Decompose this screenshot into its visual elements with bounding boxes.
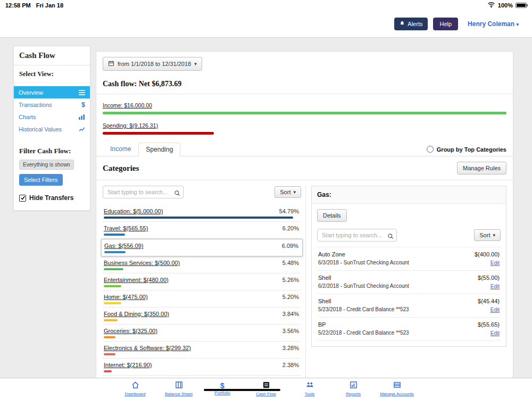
transaction-edit-link[interactable]: Edit <box>491 307 500 313</box>
category-label[interactable]: Entertainment: $(480.00) <box>104 277 169 283</box>
tab-income[interactable]: Income <box>103 142 138 156</box>
categories-column: Sort ▾ Education: $(5,000.00) 54.79% <box>103 186 306 378</box>
transaction-amount: $(45.44) <box>478 298 500 304</box>
nav-label: Tools <box>305 392 315 396</box>
category-row[interactable]: Education: $(5,000.00) 54.79% <box>103 205 301 222</box>
income-total-link[interactable]: Income: $16,000.00 <box>103 102 152 109</box>
wifi-icon <box>487 2 495 9</box>
category-label[interactable]: Groceries: $(325.00) <box>104 328 157 334</box>
category-row[interactable]: Gas: $(556.09) 6.09% <box>101 239 303 256</box>
category-row[interactable]: Groceries: $(325.00) 3.56% <box>103 325 301 342</box>
transaction-row[interactable]: Auto Zone 6/3/2018 - SunTrust Checking A… <box>317 247 501 271</box>
nav-balance-sheet[interactable]: Balance Sheet <box>162 381 195 396</box>
category-label[interactable]: Education: $(5,000.00) <box>104 208 163 214</box>
category-row[interactable]: Internet: $(216.90) 2.38% <box>103 359 301 376</box>
transaction-row[interactable]: Shell 5/23/2018 - Credit Card Balance **… <box>317 294 501 318</box>
income-bar <box>103 112 506 114</box>
sidebar-item-label: Overview <box>19 89 43 96</box>
category-bar <box>104 336 115 338</box>
sidebar-item-overview[interactable]: Overview <box>14 86 90 98</box>
sidebar-item-label: Transactions <box>19 102 52 108</box>
help-button[interactable]: Help <box>433 18 458 30</box>
category-percent: 3.56% <box>282 328 299 334</box>
category-percent: 3.28% <box>282 345 299 351</box>
tab-spending[interactable]: Spending <box>138 143 180 156</box>
transaction-search-input[interactable] <box>317 229 397 242</box>
category-row[interactable]: Food & Dining: $(350.00) 3.84% <box>103 307 301 325</box>
transaction-edit-link[interactable]: Edit <box>491 284 500 289</box>
details-button[interactable]: Details <box>317 209 347 222</box>
user-name: Henry Coleman <box>468 20 514 28</box>
category-row[interactable]: Home: $(475.00) 5.20% <box>103 290 301 307</box>
transaction-list: Auto Zone 6/3/2018 - SunTrust Checking A… <box>317 247 501 341</box>
select-filters-button[interactable]: Select Filters <box>19 174 63 186</box>
nav-label: Reports <box>346 392 361 396</box>
nav-reports[interactable]: Reports <box>337 381 370 396</box>
group-by-label: Group by Top Categories <box>437 146 506 153</box>
sidebar-item-label: Charts <box>19 114 36 120</box>
category-bar <box>104 353 115 355</box>
hide-transfers-checkbox[interactable] <box>19 195 26 202</box>
date-range-button[interactable]: from 1/1/2018 to 12/31/2018 ▾ <box>103 57 202 71</box>
content-area: Cash Flow Select View: Overview Transact… <box>0 37 532 378</box>
nav-tools[interactable]: Tools <box>293 381 326 396</box>
category-row[interactable]: Electronics & Software: $(299.32) 3.28% <box>103 342 301 359</box>
category-bar <box>104 370 112 372</box>
transaction-row[interactable]: Shell 6/2/2018 - SunTrust Checking Accou… <box>317 271 501 294</box>
category-bar <box>104 319 118 321</box>
category-percent: 5.26% <box>282 277 299 283</box>
nav-manage-accounts[interactable]: Manage Accounts <box>380 381 413 396</box>
nav-dashboard[interactable]: Dashboard <box>119 381 152 396</box>
transaction-meta: 6/2/2018 - SunTrust Checking Account <box>318 283 409 289</box>
category-bar <box>104 302 121 304</box>
bar-chart-icon <box>79 114 85 120</box>
filter-status-badge: Everything is shown <box>19 160 74 170</box>
category-bar <box>104 285 121 287</box>
spending-bar <box>103 132 214 135</box>
nav-label: Manage Accounts <box>380 392 414 396</box>
user-menu[interactable]: Henry Coleman ▾ <box>468 20 519 28</box>
category-sort-button[interactable]: Sort ▾ <box>275 186 301 198</box>
transaction-row[interactable]: BP 5/22/2018 - Credit Card Balance **523… <box>317 318 501 341</box>
nav-label: Cash Flow <box>256 392 276 396</box>
app-screen: 12:58 PM Fri Jan 18 100% Alerts Help Hen… <box>0 0 532 399</box>
category-search-input[interactable] <box>103 186 184 198</box>
category-label[interactable]: Electronics & Software: $(299.32) <box>104 345 191 351</box>
transaction-meta: 5/22/2018 - Credit Card Balance **523 <box>318 330 409 336</box>
category-percent: 3.84% <box>282 311 299 317</box>
manage-rules-button[interactable]: Manage Rules <box>457 162 506 174</box>
category-row[interactable]: Entertainment: $(480.00) 5.26% <box>103 273 301 290</box>
nav-label: Portfolio <box>214 390 230 395</box>
net-cash-flow-heading: Cash flow: Net $6,873.69 <box>103 80 506 88</box>
accounts-table-icon <box>393 381 401 391</box>
category-label[interactable]: Business Services: $(500.00) <box>104 260 180 266</box>
sidebar-item-transactions[interactable]: Transactions $ <box>14 98 90 111</box>
category-label[interactable]: Food & Dining: $(350.00) <box>104 311 169 317</box>
alerts-button[interactable]: Alerts <box>394 18 428 30</box>
category-label[interactable]: Home: $(475.00) <box>104 294 148 300</box>
chevron-down-icon: ▾ <box>493 232 495 238</box>
category-label[interactable]: Internet: $(216.90) <box>104 362 152 368</box>
spending-total-link[interactable]: Spending: $(9,126.31) <box>103 122 158 129</box>
alerts-label: Alerts <box>408 21 422 27</box>
categories-title: Categories <box>103 164 139 173</box>
sidebar-item-charts[interactable]: Charts <box>14 111 90 123</box>
home-icon <box>131 381 139 391</box>
category-label[interactable]: Gas: $(556.09) <box>104 243 143 249</box>
category-detail-panel: Gas: Details Sort <box>311 186 506 347</box>
transaction-payee: Auto Zone <box>318 251 409 257</box>
category-row[interactable]: Travel: $(565.55) 6.20% <box>103 222 301 239</box>
category-row[interactable]: Business Services: $(500.00) 5.48% <box>103 256 301 273</box>
group-by-top-categories-checkbox[interactable] <box>427 146 434 153</box>
category-label[interactable]: Travel: $(565.55) <box>104 225 148 231</box>
category-percent: 5.48% <box>282 260 299 266</box>
sidebar-item-historical-values[interactable]: Historical Values <box>14 123 90 135</box>
battery-icon <box>516 3 527 8</box>
line-chart-icon <box>79 127 85 132</box>
home-indicator[interactable] <box>204 389 280 391</box>
transaction-edit-link[interactable]: Edit <box>491 260 500 266</box>
category-percent: 2.38% <box>282 362 299 368</box>
transaction-sort-button[interactable]: Sort ▾ <box>474 229 501 241</box>
transaction-edit-link[interactable]: Edit <box>491 330 500 336</box>
transaction-payee: Shell <box>318 275 409 281</box>
